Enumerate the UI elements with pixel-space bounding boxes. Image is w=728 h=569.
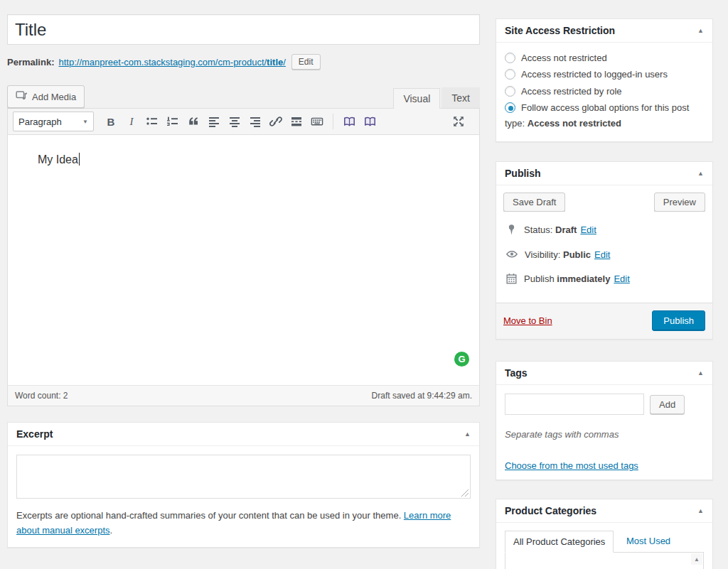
- tags-panel-body: Add Separate tags with commas Choose fro…: [496, 385, 712, 479]
- permalink-row: Permalink: http://manpreet-com.stackstag…: [7, 54, 480, 70]
- visibility-row: Visibility: Public Edit: [505, 248, 705, 261]
- tags-hint: Separate tags with commas: [505, 429, 704, 440]
- blockquote-button[interactable]: [183, 112, 203, 131]
- link-icon: [269, 115, 282, 128]
- product-categories-title: Product Categories: [505, 505, 596, 516]
- grammarly-icon[interactable]: G: [454, 352, 469, 367]
- site-access-panel-title: Site Access Restriction: [505, 25, 615, 36]
- bulleted-list-icon: [146, 115, 159, 128]
- bold-icon: B: [107, 116, 115, 128]
- pin-icon: [505, 224, 518, 236]
- status-edit-link[interactable]: Edit: [580, 224, 596, 235]
- collapse-arrow-icon[interactable]: ▲: [697, 170, 704, 177]
- bold-button[interactable]: B: [101, 112, 121, 131]
- word-count: Word count: 2: [15, 391, 68, 401]
- formatting-toolbar: Paragraph ▼ B I: [8, 109, 479, 135]
- excerpt-panel-body: Excerpts are optional hand-crafted summa…: [8, 446, 479, 547]
- tab-all-categories[interactable]: All Product Categories: [505, 531, 614, 553]
- publish-panel-title: Publish: [505, 168, 541, 179]
- access-option: Access not restricted: [505, 50, 704, 65]
- tags-panel: Tags ▲ Add Separate tags with commas Cho…: [496, 361, 713, 480]
- schedule-row: Publish immediately Edit: [505, 273, 705, 285]
- product-categories-header[interactable]: Product Categories ▲: [496, 499, 712, 523]
- calendar-icon: [505, 273, 518, 285]
- access-option: Access restricted by role: [505, 84, 704, 99]
- excerpt-panel-title: Excerpt: [16, 428, 53, 440]
- toolbar-divider: [333, 114, 333, 129]
- site-access-panel: Site Access Restriction ▲ Access not res…: [496, 18, 713, 142]
- site-access-panel-header[interactable]: Site Access Restriction ▲: [496, 19, 712, 43]
- fullscreen-button[interactable]: [449, 112, 469, 131]
- permalink-url[interactable]: http://manpreet-com.stackstaging.com/cm-…: [58, 57, 285, 67]
- excerpt-panel: Excerpt ▲ Excerpts are optional hand-cra…: [7, 422, 480, 548]
- editor-statusbar: Word count: 2 Draft saved at 9:44:29 am.: [8, 385, 479, 406]
- most-used-tags-link[interactable]: Choose from the most used tags: [505, 460, 638, 471]
- radio-button[interactable]: [505, 86, 515, 97]
- collapse-arrow-icon[interactable]: ▲: [697, 369, 704, 376]
- read-more-icon: [290, 115, 303, 128]
- site-access-options: Access not restricted Access restricted …: [496, 43, 712, 141]
- collapse-arrow-icon[interactable]: ▲: [697, 27, 704, 34]
- numbered-list-button[interactable]: [163, 112, 183, 131]
- blockquote-icon: [187, 115, 200, 128]
- radio-button-checked[interactable]: [505, 102, 515, 113]
- permalink-label: Permalink:: [7, 57, 54, 67]
- add-media-label: Add Media: [32, 92, 76, 102]
- chevron-down-icon: ▼: [82, 119, 88, 125]
- category-list[interactable]: ▲: [505, 552, 704, 569]
- tab-visual[interactable]: Visual: [393, 88, 440, 109]
- align-center-button[interactable]: [225, 112, 245, 131]
- insert-link-button[interactable]: [266, 112, 286, 131]
- tags-panel-title: Tags: [505, 367, 528, 379]
- align-left-icon: [208, 115, 220, 128]
- access-option: Follow access global options for this po…: [505, 100, 704, 131]
- product-categories-body: All Product Categories Most Used ▲: [496, 523, 712, 569]
- tags-panel-header[interactable]: Tags ▲: [496, 362, 712, 385]
- toolbar-toggle-icon: [311, 115, 323, 128]
- publish-panel-header[interactable]: Publish ▲: [496, 162, 712, 185]
- italic-button[interactable]: I: [122, 112, 141, 131]
- permalink-edit-button[interactable]: Edit: [291, 54, 321, 70]
- bulleted-list-button[interactable]: [142, 112, 162, 131]
- radio-button[interactable]: [505, 69, 515, 80]
- glossary-book-icon: [343, 115, 356, 128]
- glossary-book-icon: [363, 115, 377, 128]
- excerpt-description: Excerpts are optional hand-crafted summa…: [16, 508, 471, 538]
- collapse-arrow-icon[interactable]: ▲: [464, 430, 471, 438]
- sidebar: Site Access Restriction ▲ Access not res…: [496, 18, 713, 569]
- numbered-list-icon: [166, 115, 179, 128]
- publish-panel-body: Save Draft Preview Status: Draft Edit: [496, 185, 712, 292]
- preview-button[interactable]: Preview: [654, 193, 705, 212]
- move-to-bin-link[interactable]: Move to Bin: [503, 310, 552, 332]
- align-left-button[interactable]: [204, 112, 224, 131]
- glossary-book-button-2[interactable]: [360, 112, 380, 131]
- visibility-edit-link[interactable]: Edit: [594, 249, 610, 260]
- editor-text: My Idea: [38, 153, 80, 166]
- paragraph-dropdown[interactable]: Paragraph ▼: [13, 112, 94, 131]
- tag-input[interactable]: [505, 394, 644, 415]
- editor-frame: Paragraph ▼ B I: [7, 108, 480, 406]
- glossary-book-button-1[interactable]: [339, 112, 359, 131]
- read-more-button[interactable]: [287, 112, 306, 131]
- collapse-arrow-icon[interactable]: ▲: [697, 507, 704, 514]
- radio-button[interactable]: [505, 53, 515, 63]
- save-draft-button[interactable]: Save Draft: [503, 193, 565, 212]
- add-tag-button[interactable]: Add: [650, 395, 685, 414]
- excerpt-panel-header[interactable]: Excerpt ▲: [8, 423, 479, 446]
- editor-column: Permalink: http://manpreet-com.stackstag…: [7, 14, 480, 548]
- schedule-edit-link[interactable]: Edit: [614, 273, 629, 284]
- italic-icon: I: [130, 116, 134, 128]
- scroll-up-arrow-icon[interactable]: ▲: [691, 553, 702, 565]
- toolbar-toggle-button[interactable]: [307, 112, 327, 131]
- add-media-button[interactable]: Add Media: [7, 85, 85, 108]
- tab-most-used[interactable]: Most Used: [626, 536, 670, 546]
- excerpt-textarea[interactable]: [16, 455, 471, 499]
- draft-saved-status: Draft saved at 9:44:29 am.: [372, 391, 472, 401]
- align-right-button[interactable]: [245, 112, 265, 131]
- publish-button[interactable]: Publish: [652, 310, 705, 331]
- paragraph-dropdown-value: Paragraph: [18, 116, 62, 127]
- editor-content-area[interactable]: My Idea G: [8, 135, 479, 385]
- post-title-input[interactable]: [7, 14, 480, 45]
- editor-header: Add Media Visual Text: [7, 85, 480, 108]
- tab-text[interactable]: Text: [441, 87, 480, 108]
